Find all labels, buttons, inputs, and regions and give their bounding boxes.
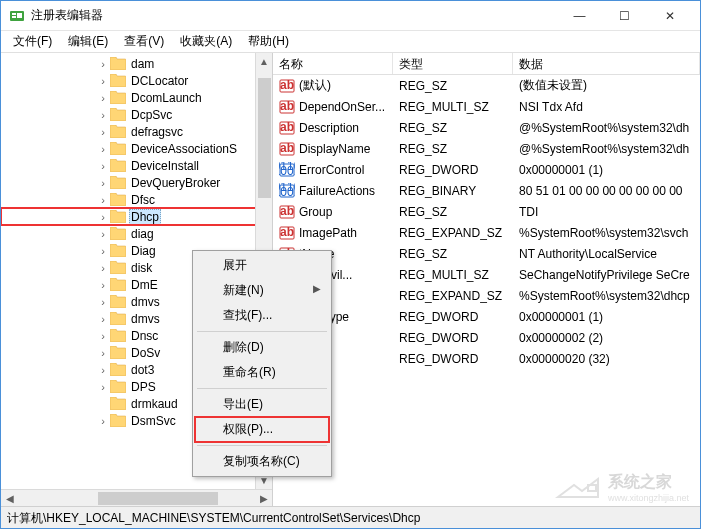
list-row[interactable]: 01101001REG_DWORD0x00000002 (2) [273, 327, 700, 348]
expander-icon[interactable]: › [97, 76, 109, 86]
list-row[interactable]: ab(默认)REG_SZ(数值未设置) [273, 75, 700, 96]
folder-icon [110, 108, 126, 121]
tree-item-label: Dhcp [129, 209, 161, 225]
expander-icon[interactable]: › [97, 348, 109, 358]
value-name: DisplayName [299, 142, 370, 156]
tree-item-dclocator[interactable]: ›DCLocator [1, 72, 272, 89]
context-menu-item[interactable]: 重命名(R) [195, 360, 329, 385]
list-row[interactable]: abDisplayNameREG_SZ@%SystemRoot%\system3… [273, 138, 700, 159]
minimize-button[interactable]: — [557, 1, 602, 30]
cell-data: @%SystemRoot%\system32\dh [513, 121, 700, 135]
titlebar[interactable]: 注册表编辑器 — ☐ ✕ [1, 1, 700, 31]
expander-icon[interactable]: › [97, 93, 109, 103]
cell-type: REG_DWORD [393, 331, 513, 345]
list-body: ab(默认)REG_SZ(数值未设置)abDependOnSer...REG_M… [273, 75, 700, 369]
scroll-right-icon[interactable]: ▶ [255, 490, 272, 507]
context-menu-item[interactable]: 新建(N)▶ [195, 278, 329, 303]
col-name[interactable]: 名称 [273, 53, 393, 74]
expander-icon[interactable]: › [97, 314, 109, 324]
context-menu-item[interactable]: 展开 [195, 253, 329, 278]
list-row[interactable]: 01101001FailureActionsREG_BINARY80 51 01… [273, 180, 700, 201]
value-name: ErrorControl [299, 163, 364, 177]
tree-item-dam[interactable]: ›dam [1, 55, 272, 72]
menu-edit[interactable]: 编辑(E) [60, 31, 116, 52]
tree-item-dcpsvc[interactable]: ›DcpSvc [1, 106, 272, 123]
list-row[interactable]: 01101001REG_DWORD0x00000020 (32) [273, 348, 700, 369]
tree-item-deviceinstall[interactable]: ›DeviceInstall [1, 157, 272, 174]
tree-item-diag[interactable]: ›diag [1, 225, 272, 242]
context-menu-item[interactable]: 权限(P)... [195, 417, 329, 442]
list-row[interactable]: 01101001ErrorControlREG_DWORD0x00000001 … [273, 159, 700, 180]
value-name: Group [299, 205, 332, 219]
cell-type: REG_SZ [393, 121, 513, 135]
folder-icon [110, 397, 126, 410]
list-row[interactable]: abtNameREG_SZNT Authority\LocalService [273, 243, 700, 264]
context-menu-item[interactable]: 导出(E) [195, 392, 329, 417]
context-menu-item[interactable]: 删除(D) [195, 335, 329, 360]
tree-item-dhcp[interactable]: ›Dhcp [1, 208, 272, 225]
folder-icon [110, 329, 126, 342]
menu-favorites[interactable]: 收藏夹(A) [172, 31, 240, 52]
expander-icon[interactable]: › [97, 280, 109, 290]
folder-icon [110, 295, 126, 308]
expander-icon[interactable]: › [97, 212, 109, 222]
tree-hscrollbar[interactable]: ◀ ▶ [1, 489, 272, 506]
tree-item-label: defragsvc [129, 125, 185, 139]
scroll-up-icon[interactable]: ▲ [256, 53, 272, 70]
tree-item-dcomlaunch[interactable]: ›DcomLaunch [1, 89, 272, 106]
folder-icon [110, 57, 126, 70]
close-button[interactable]: ✕ [647, 1, 692, 30]
expander-icon[interactable]: › [97, 331, 109, 341]
tree-item-deviceassociations[interactable]: ›DeviceAssociationS [1, 140, 272, 157]
expander-icon[interactable]: › [97, 127, 109, 137]
binary-value-icon: 01101001 [279, 183, 295, 199]
tree-item-label: dot3 [129, 363, 156, 377]
folder-icon [110, 244, 126, 257]
svg-rect-2 [12, 16, 16, 18]
scroll-left-icon[interactable]: ◀ [1, 490, 18, 507]
expander-icon[interactable]: › [97, 416, 109, 426]
maximize-button[interactable]: ☐ [602, 1, 647, 30]
expander-icon[interactable]: › [97, 59, 109, 69]
expander-icon[interactable]: › [97, 382, 109, 392]
tree-item-label: dmvs [129, 312, 162, 326]
expander-icon[interactable]: › [97, 297, 109, 307]
cell-data: @%SystemRoot%\system32\dh [513, 142, 700, 156]
menu-view[interactable]: 查看(V) [116, 31, 172, 52]
expander-icon[interactable]: › [97, 365, 109, 375]
list-row[interactable]: abDependOnSer...REG_MULTI_SZNSI Tdx Afd [273, 96, 700, 117]
list-row[interactable]: abImagePathREG_EXPAND_SZ%SystemRoot%\sys… [273, 222, 700, 243]
tree-item-dfsc[interactable]: ›Dfsc [1, 191, 272, 208]
menu-file[interactable]: 文件(F) [5, 31, 60, 52]
vscroll-thumb[interactable] [258, 78, 271, 198]
list-row[interactable]: abDescriptionREG_SZ@%SystemRoot%\system3… [273, 117, 700, 138]
tree-item-label: DmE [129, 278, 160, 292]
list-row[interactable]: 01101001eSidTypeREG_DWORD0x00000001 (1) [273, 306, 700, 327]
expander-icon[interactable]: › [97, 246, 109, 256]
expander-icon[interactable]: › [97, 144, 109, 154]
expander-icon[interactable]: › [97, 110, 109, 120]
cell-type: REG_BINARY [393, 184, 513, 198]
tree-item-label: DeviceAssociationS [129, 142, 239, 156]
folder-icon [110, 159, 126, 172]
cell-type: REG_EXPAND_SZ [393, 226, 513, 240]
cell-name: 01101001ErrorControl [273, 162, 393, 178]
context-menu-item[interactable]: 复制项名称(C) [195, 449, 329, 474]
expander-icon[interactable]: › [97, 195, 109, 205]
expander-icon[interactable]: › [97, 161, 109, 171]
col-data[interactable]: 数据 [513, 53, 700, 74]
col-type[interactable]: 类型 [393, 53, 513, 74]
registry-editor-window: 注册表编辑器 — ☐ ✕ 文件(F) 编辑(E) 查看(V) 收藏夹(A) 帮助… [0, 0, 701, 529]
list-row[interactable]: abredPrivil...REG_MULTI_SZSeChangeNotify… [273, 264, 700, 285]
list-row[interactable]: abeDllREG_EXPAND_SZ%SystemRoot%\system32… [273, 285, 700, 306]
tree-item-defragsvc[interactable]: ›defragsvc [1, 123, 272, 140]
list-pane[interactable]: 名称 类型 数据 ab(默认)REG_SZ(数值未设置)abDependOnSe… [273, 53, 700, 506]
expander-icon[interactable]: › [97, 229, 109, 239]
hscroll-thumb[interactable] [98, 492, 218, 505]
list-row[interactable]: abGroupREG_SZTDI [273, 201, 700, 222]
expander-icon[interactable]: › [97, 263, 109, 273]
expander-icon[interactable]: › [97, 178, 109, 188]
tree-item-devquerybroker[interactable]: ›DevQueryBroker [1, 174, 272, 191]
menu-help[interactable]: 帮助(H) [240, 31, 297, 52]
context-menu-item[interactable]: 查找(F)... [195, 303, 329, 328]
